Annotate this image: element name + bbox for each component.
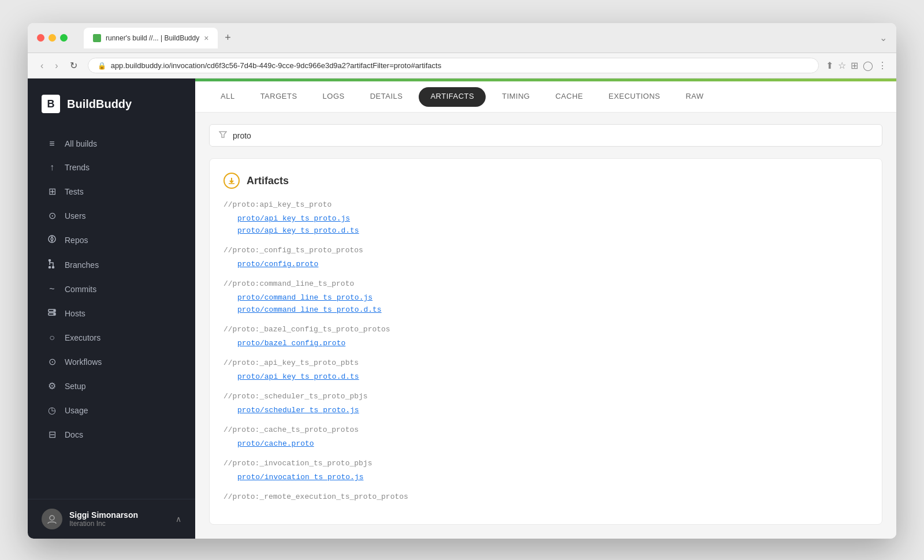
extension-icon[interactable]: ⊞ (851, 60, 858, 71)
artifact-file[interactable]: proto/command_line_ts_proto.d.ts (223, 304, 868, 316)
repos-icon (46, 234, 58, 246)
usage-icon: ◷ (46, 405, 58, 416)
users-icon: ⊙ (46, 210, 58, 221)
sidebar-item-repos[interactable]: Repos (32, 228, 191, 252)
user-menu-chevron-icon[interactable]: ∧ (176, 514, 181, 524)
artifact-file[interactable]: proto/scheduler_ts_proto.js (223, 404, 868, 416)
minimize-window-button[interactable] (49, 34, 56, 42)
url-bar[interactable]: 🔒 app.buildbuddy.io/invocation/cd6f3c56-… (88, 58, 819, 73)
svg-point-7 (54, 313, 55, 315)
forward-button[interactable]: › (51, 59, 61, 72)
artifact-file[interactable]: proto/api_key_ts_proto.d.ts (223, 371, 868, 383)
docs-icon: ⊟ (46, 429, 58, 440)
sidebar-item-tests[interactable]: ⊞ Tests (32, 180, 191, 203)
sidebar-nav: ≡ All builds ↑ Trends ⊞ Tests ⊙ Users (28, 127, 195, 499)
sidebar-item-trends[interactable]: ↑ Trends (32, 156, 191, 179)
hosts-icon (46, 308, 58, 319)
artifact-target: //proto:_api_key_ts_proto_pbts (223, 359, 868, 367)
svg-point-8 (50, 516, 54, 520)
tab-cache[interactable]: CACHE (544, 81, 595, 113)
tab-artifacts[interactable]: ARTIFACTS (419, 87, 486, 107)
browser-urlbar: ‹ › ↻ 🔒 app.buildbuddy.io/invocation/cd6… (28, 53, 896, 79)
artifact-file[interactable]: proto/invocation_ts_proto.js (223, 471, 868, 483)
tab-favicon (93, 34, 101, 42)
artifact-file[interactable]: proto/command_line_ts_proto.js (223, 292, 868, 304)
sidebar-item-setup[interactable]: ⚙ Setup (32, 374, 191, 398)
sidebar-item-workflows[interactable]: ⊙ Workflows (32, 350, 191, 374)
more-icon[interactable]: ⋮ (878, 60, 887, 71)
main-content: ALL TARGETS LOGS DETAILS ARTIFACTS TIMIN… (195, 79, 896, 539)
sidebar-item-label: Setup (65, 382, 86, 391)
executors-icon: ○ (46, 333, 58, 343)
svg-point-6 (54, 310, 55, 311)
profile-icon[interactable]: ◯ (863, 60, 873, 71)
close-window-button[interactable] (37, 34, 44, 42)
tab-logs[interactable]: LOGS (311, 81, 356, 113)
share-icon[interactable]: ⬆ (826, 60, 833, 71)
artifact-group: //proto:_api_key_ts_proto_pbts proto/api… (223, 359, 868, 383)
sidebar-item-label: Usage (65, 406, 88, 415)
tab-timing[interactable]: TIMING (490, 81, 542, 113)
url-text: app.buildbuddy.io/invocation/cd6f3c56-7d… (111, 61, 442, 70)
sidebar-logo: B BuildBuddy (28, 79, 195, 127)
tab-navigation: ALL TARGETS LOGS DETAILS ARTIFACTS TIMIN… (195, 81, 896, 113)
sidebar-item-docs[interactable]: ⊟ Docs (32, 423, 191, 446)
artifact-group: //proto:command_line_ts_proto proto/comm… (223, 279, 868, 316)
sidebar-item-hosts[interactable]: Hosts (32, 301, 191, 326)
browser-menu-button[interactable]: ⌄ (880, 32, 887, 43)
artifact-file[interactable]: proto/bazel_config.proto (223, 337, 868, 349)
artifact-target: //proto:_invocation_ts_proto_pbjs (223, 459, 868, 468)
sidebar-item-label: Commits (65, 285, 96, 294)
svg-point-3 (53, 267, 54, 268)
tab-all[interactable]: ALL (209, 81, 247, 113)
sidebar-item-label: Trends (65, 163, 90, 172)
tab-targets[interactable]: TARGETS (249, 81, 309, 113)
artifact-group: //proto:_invocation_ts_proto_pbjs proto/… (223, 459, 868, 483)
browser-tab-bar: runner's build //... | BuildBuddy × + (84, 28, 873, 48)
bookmark-icon[interactable]: ☆ (838, 60, 846, 71)
nav-buttons: ‹ › ↻ (37, 59, 81, 72)
sidebar-item-label: Branches (65, 260, 99, 270)
artifact-group: //proto:_config_ts_proto_protos proto/co… (223, 246, 868, 270)
filter-input-wrapper (209, 124, 882, 147)
tab-raw[interactable]: RAW (674, 81, 715, 113)
sidebar-item-all-builds[interactable]: ≡ All builds (32, 132, 191, 155)
sidebar-item-executors[interactable]: ○ Executors (32, 326, 191, 349)
maximize-window-button[interactable] (60, 34, 68, 42)
tab-close-button[interactable]: × (204, 33, 208, 43)
new-tab-button[interactable]: + (220, 29, 236, 46)
tab-executions[interactable]: EXECUTIONS (597, 81, 672, 113)
browser-tab[interactable]: runner's build //... | BuildBuddy × (84, 28, 218, 48)
sidebar: B BuildBuddy ≡ All builds ↑ Trends ⊞ (28, 79, 195, 539)
artifact-group: //proto:api_key_ts_proto proto/api_key_t… (223, 200, 868, 237)
artifact-file[interactable]: proto/cache.proto (223, 438, 868, 450)
svg-point-2 (49, 267, 51, 268)
artifact-filter-input[interactable] (233, 131, 873, 140)
workflows-icon: ⊙ (46, 356, 58, 367)
svg-marker-9 (219, 132, 226, 137)
artifact-file[interactable]: proto/api_key_ts_proto.js (223, 212, 868, 225)
artifact-group: //proto:_remote_execution_ts_proto_proto… (223, 492, 868, 501)
artifacts-title: Artifacts (247, 175, 289, 187)
sidebar-footer: Siggi Simonarson Iteration Inc ∧ (28, 499, 195, 539)
sidebar-item-users[interactable]: ⊙ Users (32, 204, 191, 227)
browser-frame: runner's build //... | BuildBuddy × + ⌄ … (28, 23, 896, 539)
artifact-group: //proto:_cache_ts_proto_protos proto/cac… (223, 425, 868, 450)
artifact-target: //proto:command_line_ts_proto (223, 279, 868, 288)
logo-icon: B (42, 95, 60, 113)
sidebar-item-commits[interactable]: ~ Commits (32, 278, 191, 301)
artifact-target: //proto:_remote_execution_ts_proto_proto… (223, 492, 868, 501)
sidebar-item-label: Hosts (65, 309, 85, 318)
sidebar-item-label: Executors (65, 333, 100, 342)
tab-details[interactable]: DETAILS (359, 81, 415, 113)
sidebar-item-branches[interactable]: Branches (32, 253, 191, 277)
refresh-button[interactable]: ↻ (66, 59, 81, 72)
sidebar-item-label: Users (65, 211, 86, 221)
artifacts-panel: Artifacts //proto:api_key_ts_proto proto… (209, 158, 882, 525)
sidebar-item-label: Docs (65, 430, 83, 439)
artifact-target: //proto:_cache_ts_proto_protos (223, 425, 868, 434)
back-button[interactable]: ‹ (37, 59, 47, 72)
artifact-file[interactable]: proto/api_key_ts_proto.d.ts (223, 225, 868, 237)
artifact-file[interactable]: proto/config.proto (223, 258, 868, 270)
sidebar-item-usage[interactable]: ◷ Usage (32, 398, 191, 422)
